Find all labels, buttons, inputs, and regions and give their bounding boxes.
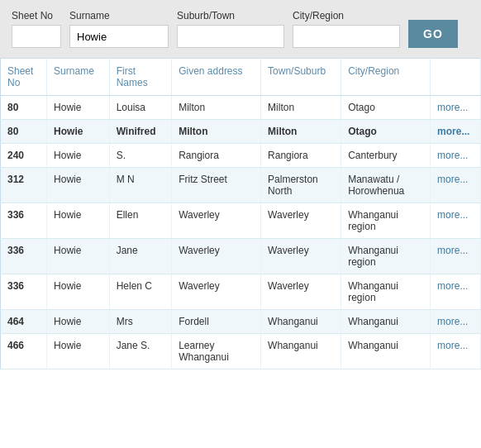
cell-more[interactable]: more... [431,120,481,144]
city-region-label: City/Region [293,10,400,21]
header-more [431,59,481,96]
cell-first-names: S. [109,144,172,168]
cell-sheet-no: 464 [1,310,47,334]
header-sheet-no: Sheet No [1,59,47,96]
cell-given-address: Milton [172,96,261,120]
cell-more[interactable]: more... [431,144,481,168]
cell-town-suburb: Rangiora [261,144,341,168]
go-button[interactable]: GO [408,20,458,48]
search-bar: Sheet No Surname Suburb/Town City/Region… [0,0,481,58]
header-city-region: City/Region [341,59,431,96]
cell-city-region: Whanganui region [341,274,431,310]
table-row: 80 Howie Winifred Milton Milton Otago mo… [1,120,481,144]
cell-more[interactable]: more... [431,203,481,239]
cell-town-suburb: Whanganui [261,334,341,369]
cell-city-region: Whanganui region [341,203,431,239]
more-link[interactable]: more... [437,280,468,292]
table-row: 80 Howie Louisa Milton Milton Otago more… [1,96,481,120]
cell-surname: Howie [47,144,110,168]
cell-surname: Howie [47,168,110,203]
cell-town-suburb: Milton [261,96,341,120]
cell-given-address: Learney Whanganui [172,334,261,369]
cell-surname: Howie [47,120,110,144]
surname-input[interactable] [69,25,169,48]
cell-more[interactable]: more... [431,334,481,369]
cell-city-region: Otago [341,120,431,144]
cell-town-suburb: Milton [261,120,341,144]
cell-more[interactable]: more... [431,168,481,203]
header-given-address: Given address [172,59,261,96]
city-region-field: City/Region [293,10,400,48]
sheet-no-input[interactable] [12,25,61,48]
table-row: 336 Howie Ellen Waverley Waverley Whanga… [1,203,481,239]
cell-more[interactable]: more... [431,239,481,274]
surname-field: Surname [69,10,169,48]
table-row: 336 Howie Jane Waverley Waverley Whangan… [1,239,481,274]
cell-town-suburb: Whanganui [261,310,341,334]
cell-city-region: Whanganui [341,334,431,369]
cell-given-address: Waverley [172,274,261,310]
cell-surname: Howie [47,96,110,120]
cell-town-suburb: Waverley [261,203,341,239]
suburb-town-field: Suburb/Town [177,10,284,48]
cell-surname: Howie [47,310,110,334]
cell-first-names: Jane S. [109,334,172,369]
table-header-row: Sheet No Surname First Names Given addre… [1,59,481,96]
cell-given-address: Milton [172,120,261,144]
table-row: 466 Howie Jane S. Learney Whanganui Whan… [1,334,481,369]
table-row: 240 Howie S. Rangiora Rangiora Canterbur… [1,144,481,168]
more-link[interactable]: more... [437,126,469,137]
cell-surname: Howie [47,274,110,310]
cell-city-region: Manawatu / Horowhenua [341,168,431,203]
cell-sheet-no: 466 [1,334,47,369]
city-region-input[interactable] [293,25,400,48]
cell-town-suburb: Palmerston North [261,168,341,203]
more-link[interactable]: more... [437,174,468,185]
cell-city-region: Canterbury [341,144,431,168]
cell-surname: Howie [47,239,110,274]
cell-city-region: Whanganui [341,310,431,334]
cell-town-suburb: Waverley [261,274,341,310]
more-link[interactable]: more... [437,209,468,221]
header-first-names: First Names [109,59,172,96]
cell-given-address: Fritz Street [172,168,261,203]
cell-first-names: Ellen [109,203,172,239]
cell-first-names: M N [109,168,172,203]
cell-sheet-no: 80 [1,96,47,120]
cell-first-names: Winifred [109,120,172,144]
suburb-town-label: Suburb/Town [177,10,284,21]
cell-first-names: Jane [109,239,172,274]
cell-sheet-no: 336 [1,203,47,239]
cell-city-region: Whanganui region [341,239,431,274]
table-row: 312 Howie M N Fritz Street Palmerston No… [1,168,481,203]
cell-sheet-no: 312 [1,168,47,203]
cell-sheet-no: 80 [1,120,47,144]
cell-sheet-no: 336 [1,239,47,274]
sheet-no-field: Sheet No [12,10,61,48]
cell-given-address: Waverley [172,239,261,274]
more-link[interactable]: more... [437,102,468,113]
more-link[interactable]: more... [437,340,468,351]
cell-given-address: Fordell [172,310,261,334]
cell-more[interactable]: more... [431,274,481,310]
cell-surname: Howie [47,203,110,239]
more-link[interactable]: more... [437,245,468,256]
header-surname: Surname [47,59,110,96]
more-link[interactable]: more... [437,316,468,327]
cell-more[interactable]: more... [431,310,481,334]
suburb-town-input[interactable] [177,25,284,48]
cell-town-suburb: Waverley [261,239,341,274]
sheet-no-label: Sheet No [12,10,61,21]
cell-first-names: Louisa [109,96,172,120]
cell-sheet-no: 240 [1,144,47,168]
table-row: 464 Howie Mrs Fordell Whanganui Whanganu… [1,310,481,334]
cell-surname: Howie [47,334,110,369]
more-link[interactable]: more... [437,150,468,161]
cell-city-region: Otago [341,96,431,120]
table-row: 336 Howie Helen C Waverley Waverley Whan… [1,274,481,310]
cell-first-names: Helen C [109,274,172,310]
surname-label: Surname [69,10,169,21]
cell-more[interactable]: more... [431,96,481,120]
cell-sheet-no: 336 [1,274,47,310]
cell-given-address: Rangiora [172,144,261,168]
